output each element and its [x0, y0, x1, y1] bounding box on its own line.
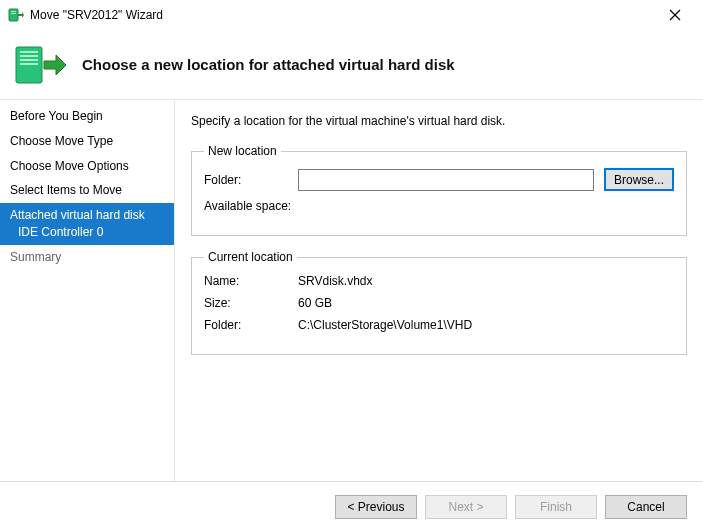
- sidebar: Before You Begin Choose Move Type Choose…: [0, 100, 175, 481]
- svg-rect-5: [20, 55, 38, 57]
- app-icon: [8, 7, 24, 23]
- sidebar-item-choose-move-options[interactable]: Choose Move Options: [0, 154, 174, 179]
- next-button[interactable]: Next >: [425, 495, 507, 519]
- cur-folder-label: Folder:: [204, 318, 294, 332]
- folder-input[interactable]: [298, 169, 594, 191]
- folder-label: Folder:: [204, 173, 294, 187]
- size-label: Size:: [204, 296, 294, 310]
- button-bar: < Previous Next > Finish Cancel: [0, 481, 703, 531]
- close-icon: [669, 9, 681, 21]
- sidebar-item-before-you-begin[interactable]: Before You Begin: [0, 104, 174, 129]
- title-bar: Move "SRV2012" Wizard: [0, 0, 703, 30]
- svg-rect-4: [20, 51, 38, 53]
- svg-rect-6: [20, 59, 38, 61]
- available-space-label: Available space:: [204, 199, 294, 213]
- current-location-group: Current location Name: SRVdisk.vhdx Size…: [191, 250, 687, 355]
- size-value: 60 GB: [298, 296, 332, 310]
- sidebar-item-choose-move-type[interactable]: Choose Move Type: [0, 129, 174, 154]
- sidebar-item-select-items-to-move[interactable]: Select Items to Move: [0, 178, 174, 203]
- browse-button[interactable]: Browse...: [604, 168, 674, 191]
- sidebar-item-sublabel: IDE Controller 0: [10, 224, 164, 241]
- name-value: SRVdisk.vhdx: [298, 274, 372, 288]
- sidebar-item-summary[interactable]: Summary: [0, 245, 174, 270]
- instruction-text: Specify a location for the virtual machi…: [191, 114, 687, 128]
- finish-button[interactable]: Finish: [515, 495, 597, 519]
- sidebar-item-attached-vhd[interactable]: Attached virtual hard disk IDE Controlle…: [0, 203, 174, 245]
- previous-button[interactable]: < Previous: [335, 495, 417, 519]
- new-location-group: New location Folder: Browse... Available…: [191, 144, 687, 236]
- svg-rect-2: [11, 13, 16, 14]
- content-panel: Specify a location for the virtual machi…: [175, 100, 703, 481]
- server-move-icon: [12, 41, 68, 89]
- page-title: Choose a new location for attached virtu…: [82, 56, 455, 73]
- banner: Choose a new location for attached virtu…: [0, 30, 703, 100]
- window-title: Move "SRV2012" Wizard: [30, 8, 655, 22]
- current-location-legend: Current location: [204, 250, 297, 264]
- name-label: Name:: [204, 274, 294, 288]
- sidebar-item-label: Attached virtual hard disk: [10, 208, 145, 222]
- new-location-legend: New location: [204, 144, 281, 158]
- close-button[interactable]: [655, 1, 695, 29]
- svg-rect-7: [20, 63, 38, 65]
- svg-rect-1: [11, 11, 16, 12]
- cancel-button[interactable]: Cancel: [605, 495, 687, 519]
- svg-rect-0: [9, 9, 18, 21]
- cur-folder-value: C:\ClusterStorage\Volume1\VHD: [298, 318, 472, 332]
- main-split: Before You Begin Choose Move Type Choose…: [0, 100, 703, 481]
